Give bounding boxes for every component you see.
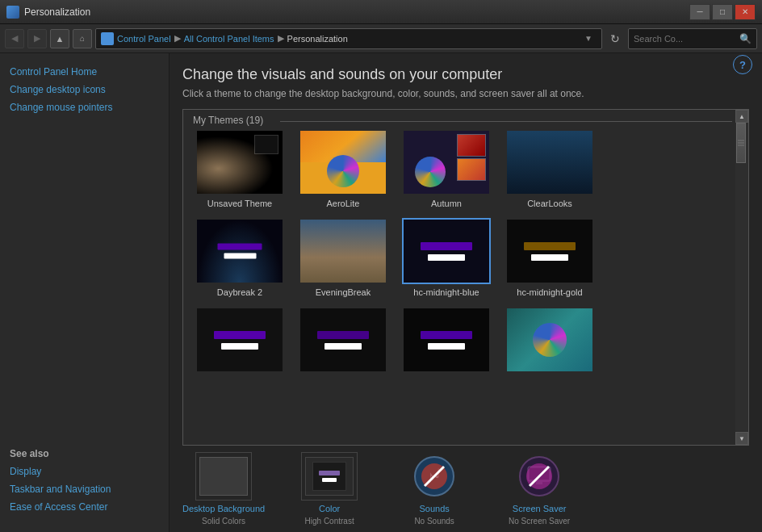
hcmg-bar2	[531, 254, 569, 261]
autumn-stack	[457, 134, 486, 181]
theme-bg-autumn	[404, 131, 489, 194]
sidebar-item-control-panel-home[interactable]: Control Panel Home	[10, 66, 159, 77]
toolbar-label-sounds: Sounds	[419, 504, 449, 513]
themes-scrollbar: ▲ ▼	[735, 110, 748, 445]
home-button[interactable]: ⌂	[73, 29, 92, 48]
toolbar-item-desktop-bg[interactable]: Desktop Background Solid Colors	[182, 452, 265, 526]
sidebar-item-display[interactable]: Display	[10, 466, 159, 477]
theme-bg-eveningbreak	[300, 220, 386, 283]
help-button[interactable]: ?	[733, 55, 752, 74]
theme-bg-fan-teal	[507, 308, 592, 371]
hcmg-bar1	[524, 242, 576, 250]
sidebar-item-ease-of-access[interactable]: Ease of Access Center	[10, 501, 159, 513]
minimize-button[interactable]: ─	[689, 4, 710, 20]
theme-bg-clearlooks	[507, 131, 592, 194]
back-button[interactable]: ◀	[5, 29, 24, 48]
scrollbar-track	[735, 123, 748, 432]
theme-preview-unsaved	[195, 129, 284, 195]
address-dropdown-button[interactable]: ▼	[580, 31, 597, 47]
breadcrumb-sep-2: ▶	[278, 33, 284, 44]
up-button[interactable]: ▲	[50, 29, 69, 48]
sidebar-item-taskbar[interactable]: Taskbar and Navigation	[10, 484, 159, 495]
hcmb-bar1	[421, 242, 472, 250]
breadcrumb-current: Personalization	[287, 34, 348, 44]
search-input[interactable]	[634, 34, 736, 44]
toolbar-item-screen-saver[interactable]: Screen Saver No Screen Saver	[499, 452, 580, 526]
scrollbar-thumb[interactable]	[736, 123, 746, 163]
color-bar-1	[319, 471, 340, 475]
sounds-svg: ♪ ♩	[413, 455, 455, 497]
fan-teal-icon	[533, 323, 567, 357]
theme-preview-row3-a	[195, 307, 284, 373]
row3c-bar2	[428, 343, 466, 350]
theme-preview-row3-c	[402, 307, 491, 373]
theme-item-row3-a[interactable]	[191, 307, 288, 376]
theme-bg-daybreak2	[197, 220, 283, 283]
daybreak-bar1	[218, 244, 262, 250]
theme-preview-autumn	[402, 129, 491, 195]
theme-item-daybreak2[interactable]: Daybreak 2	[191, 218, 288, 297]
autumn-stack-2	[457, 158, 486, 181]
maximize-button[interactable]: □	[712, 4, 733, 20]
color-bars	[319, 471, 340, 482]
theme-bg-unsaved	[197, 131, 283, 194]
toolbar-item-sounds[interactable]: ♪ ♩ Sounds No Sounds	[394, 452, 475, 526]
theme-preview-fan-teal	[505, 307, 594, 373]
theme-item-hc-midnight-gold[interactable]: hc-midnight-gold	[501, 218, 598, 297]
autumn-stack-1	[457, 134, 486, 157]
breadcrumb-sep-1: ▶	[174, 33, 181, 44]
theme-item-eveningbreak[interactable]: EveningBreak	[295, 218, 391, 297]
sidebar-item-change-mouse-pointers[interactable]: Change mouse pointers	[10, 102, 159, 113]
toolbar-sublabel-desktop-bg: Solid Colors	[202, 517, 245, 526]
main-layout: Control Panel Home Change desktop icons …	[0, 53, 762, 532]
theme-bg-row3c	[404, 308, 489, 371]
toolbar-item-color[interactable]: Color High Contrast	[289, 452, 370, 526]
themes-grid-container: Unsaved Theme	[183, 110, 735, 445]
close-button[interactable]: ✕	[735, 4, 756, 20]
color-bar-2	[322, 478, 337, 482]
bottom-toolbar: Desktop Background Solid Colors	[182, 446, 749, 532]
toolbar-sublabel-sounds: No Sounds	[414, 517, 454, 526]
see-also-title: See also	[10, 448, 159, 459]
grip-line-1	[738, 140, 744, 141]
window-icon	[6, 6, 19, 19]
theme-bg-aerolite	[300, 131, 386, 194]
theme-preview-daybreak2	[195, 218, 284, 284]
theme-item-autumn[interactable]: Autumn	[398, 129, 495, 208]
sounds-icon-box: ♪ ♩	[406, 452, 463, 501]
theme-item-row3-c[interactable]	[398, 307, 495, 376]
sidebar-spacer	[10, 119, 159, 432]
sidebar-item-change-desktop-icons[interactable]: Change desktop icons	[10, 84, 159, 95]
daybreak-bar2	[224, 253, 256, 259]
address-icon	[101, 32, 114, 45]
breadcrumb-item-1[interactable]: Control Panel	[117, 34, 171, 44]
sidebar: Control Panel Home Change desktop icons …	[0, 53, 170, 532]
scroll-down-button[interactable]: ▼	[735, 432, 748, 445]
theme-preview-hc-midnight-gold	[505, 218, 594, 284]
theme-item-hc-midnight-blue[interactable]: hc-midnight-blue	[398, 218, 495, 297]
theme-stack-mini	[254, 135, 278, 154]
scroll-up-button[interactable]: ▲	[735, 110, 748, 123]
theme-item-unsaved[interactable]: Unsaved Theme	[191, 129, 288, 208]
refresh-button[interactable]: ↻	[605, 28, 625, 49]
row3a-bar1	[214, 331, 266, 339]
themes-panel: My Themes (19) ▲ ▼	[182, 109, 749, 446]
theme-bg-hc-midnight-blue	[404, 220, 489, 283]
title-bar-left: Personalization	[6, 6, 90, 19]
search-icon[interactable]: 🔍	[739, 33, 752, 44]
hcmb-bar2	[428, 254, 466, 261]
breadcrumb: Control Panel ▶ All Control Panel Items …	[117, 33, 348, 44]
theme-item-row3-b[interactable]	[295, 307, 391, 376]
theme-item-aerolite[interactable]: AeroLite	[295, 129, 391, 208]
autumn-stack-bg-1	[458, 135, 485, 156]
color-icon-inner	[312, 462, 346, 491]
forward-button[interactable]: ▶	[27, 29, 47, 48]
autumn-fan	[415, 157, 446, 187]
themes-section-label: My Themes (19)	[193, 115, 263, 126]
theme-item-fan-teal[interactable]	[501, 307, 598, 376]
color-icon-box	[301, 452, 358, 501]
breadcrumb-item-2[interactable]: All Control Panel Items	[184, 34, 274, 44]
theme-label-hc-midnight-blue: hc-midnight-blue	[413, 287, 479, 297]
sounds-icon: ♪ ♩	[413, 455, 455, 497]
theme-item-clearlooks[interactable]: ClearLooks	[501, 129, 598, 208]
